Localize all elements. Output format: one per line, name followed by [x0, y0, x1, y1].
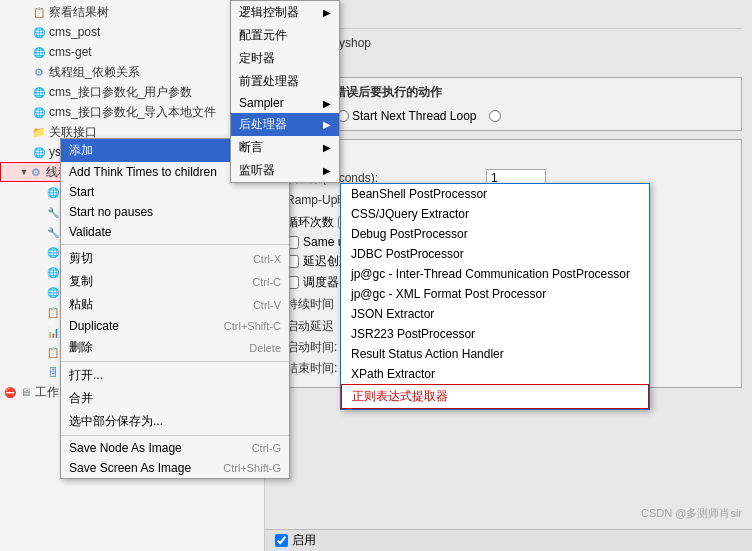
submenu-dingshi-label: 定时器 — [239, 50, 275, 67]
post-item-regex[interactable]: 正则表达式提取器 — [341, 384, 649, 409]
radio-next-loop[interactable]: Start Next Thread Loop — [337, 109, 477, 123]
menu-item-save-part[interactable]: 选中部分保存为... — [61, 410, 289, 433]
req-icon: 🌐 — [46, 265, 60, 279]
group-title: 线程组 — [275, 8, 742, 29]
menu-copy-label: 复制 — [69, 273, 93, 290]
enable-checkbox[interactable] — [275, 534, 288, 547]
post-beanshell-label: BeanShell PostProcessor — [351, 187, 487, 201]
menu-divider-2 — [61, 361, 289, 362]
menu-item-paste[interactable]: 粘贴 Ctrl-V — [61, 293, 289, 316]
tree-item-jieguoshu[interactable]: 📋 察看结果树 — [0, 2, 264, 22]
leaf-icon: 📊 — [46, 325, 60, 339]
menu-item-copy[interactable]: 复制 Ctrl-C — [61, 270, 289, 293]
post-item-json[interactable]: JSON Extractor — [341, 304, 649, 324]
comment-row: 注释： — [275, 56, 742, 73]
menu-item-open[interactable]: 打开... — [61, 364, 289, 387]
radio-more[interactable] — [489, 110, 501, 122]
menu-delete-label: 删除 — [69, 339, 93, 356]
name-row: 名称： 线程yshop — [275, 35, 742, 52]
post-xpath-label: XPath Extractor — [351, 367, 435, 381]
menu-item-validate[interactable]: Validate — [61, 222, 289, 242]
menu-save-screen-img-shortcut: Ctrl+Shift-G — [223, 462, 281, 474]
main-layout: 📋 察看结果树 🌐 cms_post 🌐 cms-get ⚙ 线程组_依赖关系 … — [0, 0, 752, 551]
leaf-icon: 📋 — [46, 305, 60, 319]
tree-label: 察看结果树 — [49, 4, 109, 21]
tree-item-cms-daoru[interactable]: 🌐 cms_接口参数化_导入本地文件 — [0, 102, 264, 122]
submenu-add-item-qianchu[interactable]: 前置处理器 — [231, 70, 339, 93]
post-regex-label: 正则表达式提取器 — [352, 388, 448, 405]
post-item-xpath[interactable]: XPath Extractor — [341, 364, 649, 384]
post-result-status-label: Result Status Action Handler — [351, 347, 504, 361]
post-item-result-status[interactable]: Result Status Action Handler — [341, 344, 649, 364]
scheduler-label: 调度器 — [303, 274, 339, 291]
folder-icon: 📁 — [32, 125, 46, 139]
tree-item-cms-get[interactable]: 🌐 cms-get — [0, 42, 264, 62]
submenu-add-item-houchu[interactable]: 后处理器 ▶ — [231, 113, 339, 136]
submenu-add: 逻辑控制器 ▶ 配置元件 定时器 前置处理器 Sampler ▶ 后处理器 ▶ … — [230, 0, 340, 183]
radio-more-input[interactable] — [489, 110, 501, 122]
menu-open-label: 打开... — [69, 367, 103, 384]
post-item-beanshell[interactable]: BeanShell PostProcessor — [341, 184, 649, 204]
menu-item-duplicate[interactable]: Duplicate Ctrl+Shift-C — [61, 316, 289, 336]
thread-icon: ⚙ — [32, 65, 46, 79]
tree-label: 线程组_依赖关系 — [49, 64, 140, 81]
menu-cut-shortcut: Ctrl-X — [253, 253, 281, 265]
post-item-jdbc[interactable]: JDBC PostProcessor — [341, 244, 649, 264]
menu-item-save-screen-img[interactable]: Save Screen As Image Ctrl+Shift-G — [61, 458, 289, 478]
submenu-houchu-label: 后处理器 — [239, 116, 287, 133]
menu-save-screen-img-label: Save Screen As Image — [69, 461, 191, 475]
leaf-icon: 📋 — [32, 5, 46, 19]
req-icon: 🌐 — [46, 245, 60, 259]
menu-save-node-img-shortcut: Ctrl-G — [252, 442, 281, 454]
watermark: CSDN @多测师肖sir — [641, 506, 742, 521]
error-section: 在取样器错误后要执行的动作 继续 Start Next Thread Loop — [275, 77, 742, 131]
post-item-jpgc-xml[interactable]: jp@gc - XML Format Post Processor — [341, 284, 649, 304]
post-jpgc-xml-label: jp@gc - XML Format Post Processor — [351, 287, 546, 301]
submenu-add-item-peizhi[interactable]: 配置元件 — [231, 24, 339, 47]
menu-item-save-node-img[interactable]: Save Node As Image Ctrl-G — [61, 438, 289, 458]
menu-item-delete[interactable]: 删除 Delete — [61, 336, 289, 359]
submenu-houchu-arrow: ▶ — [323, 119, 331, 130]
menu-add-left: 添加 — [69, 142, 93, 159]
req-icon: 🗄 — [46, 365, 60, 379]
post-jpgc-inter-label: jp@gc - Inter-Thread Communication PostP… — [351, 267, 630, 281]
submenu-peizhi-label: 配置元件 — [239, 27, 287, 44]
expand-arrow: ▼ — [19, 167, 29, 177]
post-item-jpgc-inter[interactable]: jp@gc - Inter-Thread Communication PostP… — [341, 264, 649, 284]
submenu-post: BeanShell PostProcessor CSS/JQuery Extra… — [340, 183, 650, 410]
menu-item-start-no-pause[interactable]: Start no pauses — [61, 202, 289, 222]
wrench-icon: 🔧 — [46, 205, 60, 219]
submenu-add-item-luoji[interactable]: 逻辑控制器 ▶ — [231, 1, 339, 24]
post-item-jsr223[interactable]: JSR223 PostProcessor — [341, 324, 649, 344]
submenu-add-item-duanyan[interactable]: 断言 ▶ — [231, 136, 339, 159]
menu-cut-label: 剪切 — [69, 250, 93, 267]
radio-group: 继续 Start Next Thread Loop — [286, 107, 731, 124]
req-icon: 🌐 — [46, 285, 60, 299]
menu-item-merge[interactable]: 合并 — [61, 387, 289, 410]
menu-copy-shortcut: Ctrl-C — [252, 276, 281, 288]
bottom-bar: 启用 — [265, 529, 752, 551]
error-section-title: 在取样器错误后要执行的动作 — [286, 84, 731, 101]
post-item-debug[interactable]: Debug PostProcessor — [341, 224, 649, 244]
menu-item-start[interactable]: Start — [61, 182, 289, 202]
post-json-label: JSON Extractor — [351, 307, 434, 321]
tree-item-cms-post[interactable]: 🌐 cms_post — [0, 22, 264, 42]
submenu-add-item-jianting[interactable]: 监听器 ▶ — [231, 159, 339, 182]
leaf-icon: 📋 — [46, 345, 60, 359]
menu-paste-label: 粘贴 — [69, 296, 93, 313]
submenu-jianting-arrow: ▶ — [323, 165, 331, 176]
req-icon: 🌐 — [32, 25, 46, 39]
tree-item-xianchengzu[interactable]: ⚙ 线程组_依赖关系 — [0, 62, 264, 82]
menu-item-cut[interactable]: 剪切 Ctrl-X — [61, 247, 289, 270]
wrench-icon: 🔧 — [46, 225, 60, 239]
radio-next-loop-label: Start Next Thread Loop — [352, 109, 477, 123]
loop-label: 循环次数 — [286, 214, 334, 231]
menu-add-label: 添加 — [69, 142, 93, 159]
menu-duplicate-label: Duplicate — [69, 319, 119, 333]
req-icon: 🌐 — [32, 85, 46, 99]
post-item-css[interactable]: CSS/JQuery Extractor — [341, 204, 649, 224]
submenu-add-item-sampler[interactable]: Sampler ▶ — [231, 93, 339, 113]
submenu-add-item-dingshi[interactable]: 定时器 — [231, 47, 339, 70]
tree-item-cms-jiekou[interactable]: 🌐 cms_接口参数化_用户参数 — [0, 82, 264, 102]
tree-label: cms_post — [49, 25, 100, 39]
